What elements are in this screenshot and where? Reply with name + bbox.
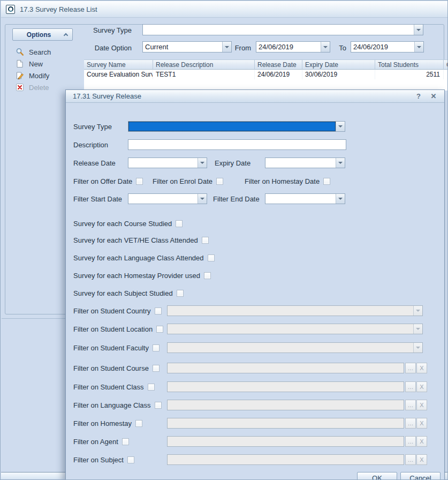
dropdown-arrow-icon[interactable] bbox=[222, 42, 231, 52]
homestay-date-label: Filter on Homestay Date bbox=[245, 177, 320, 185]
date-option-value: Current bbox=[143, 42, 222, 52]
dropdown-arrow-icon[interactable] bbox=[414, 42, 423, 52]
homestay-browse-button[interactable]: … bbox=[405, 418, 416, 429]
filter-start-combo[interactable] bbox=[128, 193, 207, 204]
dialog-survey-type-value bbox=[128, 122, 336, 131]
column-header-total-students[interactable]: Total Students bbox=[375, 59, 444, 70]
filter-label: Filter on Subject bbox=[73, 456, 124, 464]
row-release-expiry: Release Date Expiry Date bbox=[66, 158, 444, 168]
cell-release-description: TEST1 bbox=[153, 70, 255, 79]
cancel-button[interactable]: Cancel bbox=[400, 472, 441, 480]
filter-label: Filter on Homestay bbox=[73, 419, 132, 428]
homestay-checkbox[interactable] bbox=[135, 420, 142, 427]
filter-label: Filter on Student Country bbox=[73, 307, 151, 315]
filter-start-label: Filter Start Date bbox=[73, 195, 122, 203]
language-class-checkbox[interactable] bbox=[155, 402, 162, 409]
dialog-survey-type-combo[interactable] bbox=[128, 121, 345, 132]
sidebar-item-label: Delete bbox=[29, 84, 49, 92]
language-class-browse-button[interactable]: … bbox=[405, 400, 416, 410]
column-header-clipped[interactable]: C bbox=[444, 59, 448, 70]
filter-end-combo[interactable] bbox=[265, 193, 345, 204]
student-country-combo bbox=[167, 305, 423, 316]
homestay-clear-button[interactable]: X bbox=[416, 418, 427, 429]
row-survey-type: Survey Type bbox=[66, 121, 444, 132]
row-survey-each-course: Survey for each Course Studied bbox=[66, 219, 444, 229]
close-icon[interactable]: ✕ bbox=[428, 91, 439, 101]
dialog-titlebar: 17.31 Survey Release ? ✕ bbox=[66, 90, 444, 103]
homestay-date-checkbox[interactable] bbox=[323, 178, 330, 185]
dropdown-arrow-icon[interactable] bbox=[336, 158, 345, 168]
language-class-field bbox=[167, 400, 404, 410]
student-class-browse-button[interactable]: … bbox=[405, 381, 416, 392]
dropdown-arrow-icon[interactable] bbox=[336, 194, 345, 204]
sidebar-item-search[interactable]: Search bbox=[16, 47, 51, 57]
dropdown-arrow-icon[interactable] bbox=[336, 122, 345, 131]
column-header-survey-name[interactable]: Survey Name bbox=[84, 59, 153, 70]
language-class-clear-button[interactable]: X bbox=[416, 400, 427, 410]
from-date-combo[interactable]: 24/06/2019 bbox=[256, 41, 330, 52]
student-class-field bbox=[167, 381, 404, 392]
sidebar-item-new[interactable]: New bbox=[16, 58, 43, 69]
student-course-browse-button[interactable]: … bbox=[405, 363, 416, 373]
sidebar-item-delete[interactable]: Delete bbox=[16, 82, 49, 93]
subject-checkbox[interactable] bbox=[127, 456, 134, 463]
date-option-combo[interactable]: Current bbox=[142, 41, 232, 52]
from-label: From bbox=[231, 44, 251, 52]
description-input[interactable] bbox=[128, 139, 346, 150]
row-filter-student-faculty: Filter on Student Faculty bbox=[66, 342, 444, 353]
student-class-clear-button[interactable]: X bbox=[416, 381, 427, 392]
student-location-checkbox[interactable] bbox=[156, 326, 163, 333]
dropdown-arrow-icon[interactable] bbox=[198, 158, 207, 168]
expiry-date-combo[interactable] bbox=[265, 158, 345, 168]
options-panel-header[interactable]: Options bbox=[12, 28, 73, 41]
student-faculty-checkbox[interactable] bbox=[153, 344, 160, 351]
row-filter-student-location: Filter on Student Location bbox=[66, 324, 444, 334]
survey-each-subject-checkbox[interactable] bbox=[177, 290, 184, 297]
student-country-checkbox[interactable] bbox=[155, 308, 162, 314]
offer-date-checkbox[interactable] bbox=[136, 178, 143, 185]
survey-each-homestay-checkbox[interactable] bbox=[204, 272, 211, 279]
agent-checkbox[interactable] bbox=[122, 438, 129, 445]
filter-label: Filter on Language Class bbox=[73, 401, 151, 409]
agent-browse-button[interactable]: … bbox=[405, 436, 416, 447]
enrol-date-checkbox[interactable] bbox=[216, 178, 223, 185]
column-header-release-date[interactable]: Release Date bbox=[255, 59, 302, 70]
subject-browse-button[interactable]: … bbox=[405, 454, 416, 465]
new-document-icon bbox=[16, 59, 24, 68]
row-survey-each-subject: Survey for each Subject Studied bbox=[66, 288, 444, 299]
student-course-checkbox[interactable] bbox=[153, 365, 160, 372]
dropdown-arrow-icon[interactable] bbox=[414, 25, 423, 35]
student-course-clear-button[interactable]: X bbox=[416, 363, 427, 373]
expiry-date-label: Expiry Date bbox=[215, 159, 250, 167]
filter-label: Filter on Student Course bbox=[73, 364, 149, 372]
survey-each-course-checkbox[interactable] bbox=[176, 220, 183, 227]
row-survey-each-vethe: Survey for each VET/HE Class Attended bbox=[66, 235, 444, 246]
column-header-expiry-date[interactable]: Expiry Date bbox=[302, 59, 375, 70]
help-icon[interactable]: ? bbox=[413, 91, 424, 101]
search-icon bbox=[16, 48, 24, 56]
to-date-combo[interactable]: 24/06/2019 bbox=[351, 41, 424, 52]
ok-button[interactable]: OK bbox=[357, 472, 397, 480]
options-header-label: Options bbox=[27, 31, 51, 39]
survey-each-language-checkbox[interactable] bbox=[208, 254, 215, 261]
subject-clear-button[interactable]: X bbox=[416, 454, 427, 465]
student-class-checkbox[interactable] bbox=[148, 384, 155, 391]
column-header-release-description[interactable]: Release Description bbox=[153, 59, 255, 70]
survey-each-label: Survey for each Course Studied bbox=[73, 220, 172, 228]
cell-release-date: 24/06/2019 bbox=[255, 70, 302, 79]
row-filter-student-course: Filter on Student Course … X bbox=[66, 363, 444, 373]
survey-each-vethe-checkbox[interactable] bbox=[202, 237, 209, 244]
dropdown-arrow-icon[interactable] bbox=[321, 42, 330, 52]
survey-type-combo[interactable] bbox=[142, 24, 423, 35]
filter-offer-date-group: Filter on Offer Date bbox=[73, 177, 143, 185]
row-filter-start-end: Filter Start Date Filter End Date bbox=[66, 193, 444, 204]
agent-clear-button[interactable]: X bbox=[416, 436, 427, 447]
filter-start-value bbox=[128, 194, 198, 204]
release-date-combo[interactable] bbox=[128, 158, 207, 168]
survey-each-label: Survey for each Homestay Provider used bbox=[73, 272, 200, 280]
sidebar-item-modify[interactable]: Modify bbox=[16, 70, 49, 81]
table-row[interactable]: Course Evaluation Survey TEST1 24/06/201… bbox=[84, 70, 448, 79]
table-header-row: Survey Name Release Description Release … bbox=[84, 59, 448, 70]
window-title: 17.3 Survey Release List bbox=[20, 5, 97, 13]
dropdown-arrow-icon[interactable] bbox=[198, 194, 207, 204]
